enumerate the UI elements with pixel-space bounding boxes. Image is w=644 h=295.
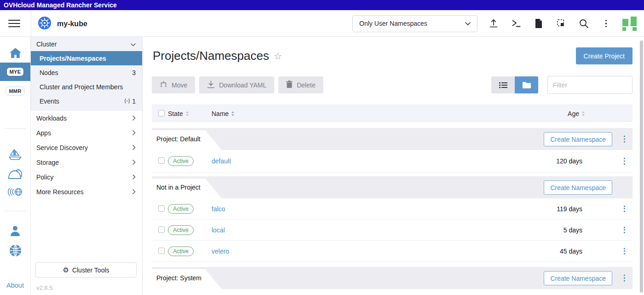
vertical-scrollbar[interactable] [640,40,643,293]
sidebar-item-workloads[interactable]: Workloads [31,111,142,126]
row-kebab-menu-icon[interactable] [624,205,625,212]
namespace-row-local: Active local 5 days [152,220,632,241]
cluster-tools-label: Cluster Tools [72,266,109,274]
ovhcloud-logo [617,13,641,34]
list-view-icon[interactable] [491,76,515,93]
filter-input[interactable] [547,76,632,94]
sidebar-item-label: Apps [36,129,51,137]
delete-button[interactable]: Delete [278,76,323,93]
about-link[interactable]: About [6,282,24,289]
age-value: 45 days [560,248,582,255]
chevron-right-icon [132,115,136,122]
hamburger-menu-icon[interactable] [8,20,20,27]
namespace-link[interactable]: default [212,157,231,165]
nav-group-cluster-header[interactable]: Cluster [31,37,142,51]
sidebar-item-more-resources[interactable]: More Resources [31,185,142,199]
globe-icon[interactable] [9,244,22,257]
namespace-row-default: Active default 120 days [152,150,632,173]
kubectl-shell-icon[interactable] [505,14,527,33]
sidebar-item-label: Events [40,98,59,105]
rail-cluster-mye[interactable]: MYE [0,63,30,81]
sidebar-item-events[interactable]: Events 1 [31,94,142,108]
copy-kubeconfig-icon[interactable] [550,14,572,33]
favorite-star-icon[interactable]: ☆ [274,52,282,61]
cluster-badge-mmr[interactable]: MMR [6,87,24,96]
column-header-age[interactable]: Age [568,105,585,122]
namespace-link[interactable]: falco [212,205,225,213]
sidebar-item-service-discovery[interactable]: Service Discovery [31,140,142,155]
side-navigation: Cluster Projects/Namespaces Nodes 3 Clus… [31,37,143,295]
cluster-badge-mye: MYE [6,67,24,76]
row-kebab-menu-icon[interactable] [624,226,625,233]
sidebar-item-policy[interactable]: Policy [31,170,142,185]
column-header-name[interactable]: Name [212,105,235,122]
nodes-count: 3 [132,69,136,76]
delete-label: Delete [297,81,315,89]
kubernetes-logo-icon [38,16,52,32]
virtualization-globe-icon[interactable] [8,187,23,197]
left-rail: MYE MMR About [0,37,31,295]
row-checkbox[interactable] [158,205,165,212]
sidebar-item-projects-namespaces[interactable]: Projects/Namespaces [31,51,142,65]
namespace-filter-select[interactable]: Only User Namespaces [352,15,477,32]
row-checkbox[interactable] [158,226,165,233]
group-kebab-menu-icon[interactable] [624,136,625,143]
fleet-boat-icon[interactable] [8,148,22,161]
sidebar-item-apps[interactable]: Apps [31,126,142,140]
namespace-link[interactable]: local [212,226,225,234]
sidebar-item-label: Nodes [40,69,58,76]
status-badge: Active [168,246,194,256]
sidebar-item-label: Workloads [36,115,67,122]
chevron-down-icon [465,20,471,27]
sort-icon [581,111,585,116]
sidebar-item-label: More Resources [36,188,84,196]
cluster-management-icon[interactable] [8,168,23,179]
rancher-version: v2.8.5 [36,284,52,291]
row-checkbox[interactable] [158,248,165,254]
move-label: Move [172,81,187,89]
age-value: 120 days [556,157,582,165]
cluster-tools-button[interactable]: ⚙ Cluster Tools [35,262,137,278]
home-icon[interactable] [10,48,21,58]
create-namespace-button[interactable]: Create Namespace [544,180,612,195]
header-actions: Only User Namespaces [352,10,641,37]
events-badge-icon [124,98,130,105]
search-icon[interactable] [572,14,595,33]
create-namespace-button[interactable]: Create Namespace [544,271,612,285]
group-kebab-menu-icon[interactable] [624,275,625,282]
chevron-right-icon [132,159,136,166]
page-title: Projects/Namespaces [153,49,269,63]
move-icon [160,81,167,89]
project-group-row-not-in-project: Not in a Project Create Namespace [152,176,632,198]
row-kebab-menu-icon[interactable] [624,158,625,165]
download-yaml-button[interactable]: Download YAML [199,76,274,93]
row-kebab-menu-icon[interactable] [624,248,625,255]
rail-divider [5,128,26,129]
grouped-view-icon[interactable] [515,76,538,93]
select-all-checkbox[interactable] [158,110,165,116]
sidebar-item-storage[interactable]: Storage [31,155,142,170]
column-header-state[interactable]: State [168,105,189,122]
trash-icon [286,81,293,89]
namespace-link[interactable]: velero [212,248,229,255]
ovh-topbar: OVHcloud Managed Rancher Service [0,0,644,10]
cluster-identity[interactable]: my-kube [38,16,87,32]
events-count: 1 [132,98,136,105]
sidebar-item-cluster-and-project-members[interactable]: Cluster and Project Members [31,80,142,94]
move-button[interactable]: Move [152,76,195,93]
kebab-menu-icon[interactable] [595,14,617,33]
users-person-icon[interactable] [9,225,21,237]
rancher-app: OVHcloud Managed Rancher Service my-kube… [0,0,644,295]
sidebar-item-nodes[interactable]: Nodes 3 [31,65,142,80]
age-value: 119 days [557,205,582,213]
status-badge: Active [168,204,194,214]
create-namespace-button[interactable]: Create Namespace [544,132,612,146]
main-content: Projects/Namespaces ☆ Create Project Mov… [143,37,644,295]
import-yaml-icon[interactable] [482,14,505,33]
project-group-row-default: Project: Default Create Namespace [152,128,632,150]
create-project-button[interactable]: Create Project [576,47,632,64]
row-checkbox[interactable] [158,157,165,164]
namespace-row-falco: Active falco 119 days [152,198,632,220]
kubeconfig-file-icon[interactable] [527,14,550,33]
namespace-row-velero: Active velero 45 days [152,241,632,262]
